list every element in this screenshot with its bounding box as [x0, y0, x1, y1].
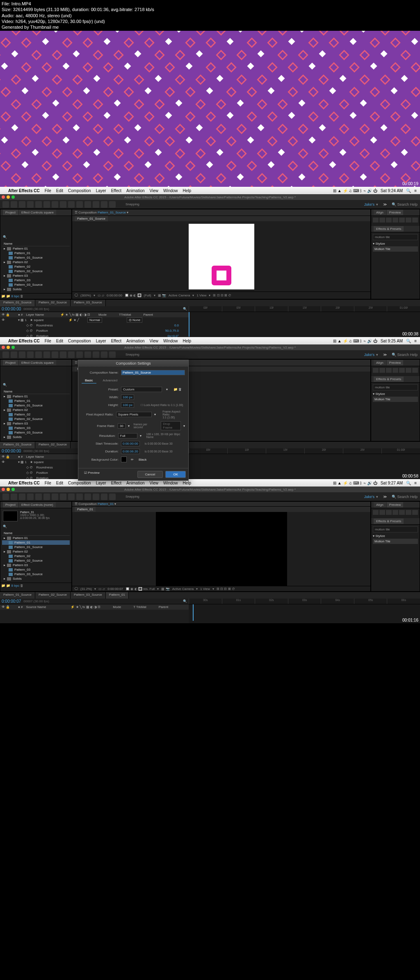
brush-tool[interactable] — [76, 351, 83, 358]
comp-pattern02-source[interactable]: Pattern_02_Source — [2, 558, 70, 563]
menu-effect[interactable]: Effect — [111, 339, 121, 343]
menu-composition[interactable]: Composition — [68, 339, 91, 343]
cancel-button[interactable]: Cancel — [137, 471, 163, 478]
prop-position[interactable]: ◇ ⏱Position50.0,75.0 — [0, 328, 189, 333]
mute-button[interactable] — [412, 510, 418, 515]
menu-view[interactable]: View — [150, 481, 159, 485]
zoom-level[interactable]: (31.2%) — [80, 587, 92, 591]
effects-presets-tab[interactable]: Effects & Presets — [374, 519, 404, 524]
project-tab[interactable]: Project — [3, 502, 18, 507]
motion-tile-effect[interactable]: Motion Tile — [373, 397, 418, 402]
stylize-category[interactable]: Stylize — [375, 392, 385, 396]
search-icon[interactable]: 🔍 — [406, 339, 411, 343]
bg-color-swatch[interactable] — [121, 457, 127, 462]
clock[interactable]: Sat 9:25 AM — [381, 339, 403, 343]
name-header[interactable]: Name — [4, 242, 12, 246]
framerate-dropdown[interactable]: 30 — [118, 423, 126, 429]
menu-view[interactable]: View — [150, 339, 159, 343]
comp-time[interactable]: 0:00:00:00 — [107, 294, 122, 297]
eraser-tool[interactable] — [93, 493, 99, 500]
clock[interactable]: Sat 9:24 AM — [381, 188, 403, 193]
comp-pattern01-source[interactable]: Pattern_01_Source — [2, 545, 70, 549]
clock[interactable]: Sat 9:27 AM — [381, 481, 403, 485]
comp-pattern03[interactable]: Pattern_03 — [2, 567, 70, 572]
effects-presets-tab[interactable]: Effects & Presets — [374, 226, 404, 232]
timeline-tab-1[interactable]: Pattern_01_Source — [0, 300, 35, 306]
camera-tool[interactable] — [35, 493, 42, 500]
stylize-category[interactable]: Stylize — [375, 242, 385, 246]
effect-controls-tab[interactable]: Effect Controls square — [19, 360, 56, 365]
folder-pattern02[interactable]: ▸Pattern 02 — [2, 408, 70, 412]
search-help[interactable]: 🔍 Search Help — [392, 202, 418, 207]
project-tab[interactable]: Project — [3, 210, 18, 215]
brush-tool[interactable] — [76, 493, 83, 500]
timeline-graph[interactable]: 00s01s02s03s04s05s06s — [189, 599, 420, 623]
name-header[interactable]: Name — [4, 390, 12, 393]
rotation-tool[interactable] — [27, 201, 34, 208]
selection-tool[interactable] — [2, 493, 9, 500]
selection-tool[interactable] — [2, 351, 9, 358]
effects-search[interactable] — [373, 526, 418, 532]
clone-tool[interactable] — [84, 201, 91, 208]
view-count[interactable]: 1 View — [200, 587, 210, 591]
effects-search[interactable] — [373, 234, 418, 240]
minimize-window[interactable] — [7, 195, 10, 199]
mute-button[interactable] — [412, 218, 418, 223]
timeline-tab-1[interactable]: Pattern_01_Source — [0, 442, 35, 448]
menu-help[interactable]: Help — [183, 188, 192, 193]
folder-pattern03[interactable]: ▸Pattern 03 — [2, 563, 70, 567]
preview-tab[interactable]: Preview — [387, 210, 403, 215]
maximize-window[interactable] — [11, 195, 15, 199]
comp-pattern01[interactable]: Pattern_01 — [2, 251, 70, 255]
preset-dropdown[interactable]: Custom — [121, 387, 162, 392]
eraser-tool[interactable] — [93, 351, 99, 358]
menu-effect[interactable]: Effect — [111, 481, 121, 485]
menu-window[interactable]: Window — [163, 188, 178, 193]
puppet-tool[interactable] — [109, 201, 116, 208]
folder-solids[interactable]: ▸Solids — [2, 287, 70, 291]
loop-button[interactable] — [406, 510, 411, 515]
menu-layer[interactable]: Layer — [96, 188, 106, 193]
workspace-selector[interactable]: Jake's — [364, 202, 374, 207]
eraser-tool[interactable] — [93, 201, 99, 208]
first-frame-button[interactable] — [373, 510, 379, 515]
close-window[interactable] — [2, 195, 5, 199]
basic-tab[interactable]: Basic — [82, 378, 96, 383]
pen-tool[interactable] — [60, 201, 66, 208]
shape-tool[interactable] — [52, 351, 58, 358]
timeline-tab-2[interactable]: Pattern_02_Source — [35, 442, 71, 448]
puppet-tool[interactable] — [109, 493, 116, 500]
timeline-tab-2[interactable]: Pattern_02_Source — [35, 300, 71, 306]
zoom-tool[interactable] — [19, 201, 25, 208]
menu-layer[interactable]: Layer — [96, 339, 106, 343]
menu-icon[interactable]: ≡ — [414, 481, 417, 485]
pan-behind-tool[interactable] — [43, 201, 50, 208]
effect-controls-tab[interactable]: Effect Controls square — [19, 210, 56, 215]
view-count[interactable]: 1 View — [196, 294, 206, 297]
motion-tile-effect[interactable]: Motion Tile — [373, 246, 418, 252]
comp-time[interactable]: 0:00:00:07 — [107, 587, 123, 591]
align-tab[interactable]: Align — [374, 360, 386, 365]
loop-button[interactable] — [406, 368, 411, 373]
hand-tool[interactable] — [11, 493, 17, 500]
search-icon[interactable]: 🔍 — [406, 481, 411, 485]
folder-pattern02[interactable]: ▸Pattern 02 — [2, 260, 70, 264]
first-frame-button[interactable] — [373, 368, 379, 373]
align-tab[interactable]: Align — [374, 502, 386, 507]
effect-controls-tab[interactable]: Effect Controls (none) — [19, 502, 56, 507]
comp-pattern03-source[interactable]: Pattern_03_Source — [2, 430, 70, 435]
pen-tool[interactable] — [60, 493, 66, 500]
prev-frame-button[interactable] — [379, 218, 385, 223]
menu-animation[interactable]: Animation — [126, 339, 144, 343]
effects-presets-tab[interactable]: Effects & Presets — [374, 376, 404, 382]
menu-view[interactable]: View — [150, 188, 159, 193]
ok-button[interactable]: OK — [165, 471, 186, 478]
rotation-tool[interactable] — [27, 351, 34, 358]
advanced-tab[interactable]: Advanced — [100, 378, 121, 383]
camera-view[interactable]: Active Camera — [169, 294, 190, 297]
menu-composition[interactable]: Composition — [68, 481, 91, 485]
start-timecode-input[interactable]: 0:00:00:00 — [121, 441, 140, 446]
align-tab[interactable]: Align — [374, 210, 386, 215]
par-dropdown[interactable]: Square Pixels — [116, 412, 152, 417]
shape-tool[interactable] — [52, 493, 58, 500]
